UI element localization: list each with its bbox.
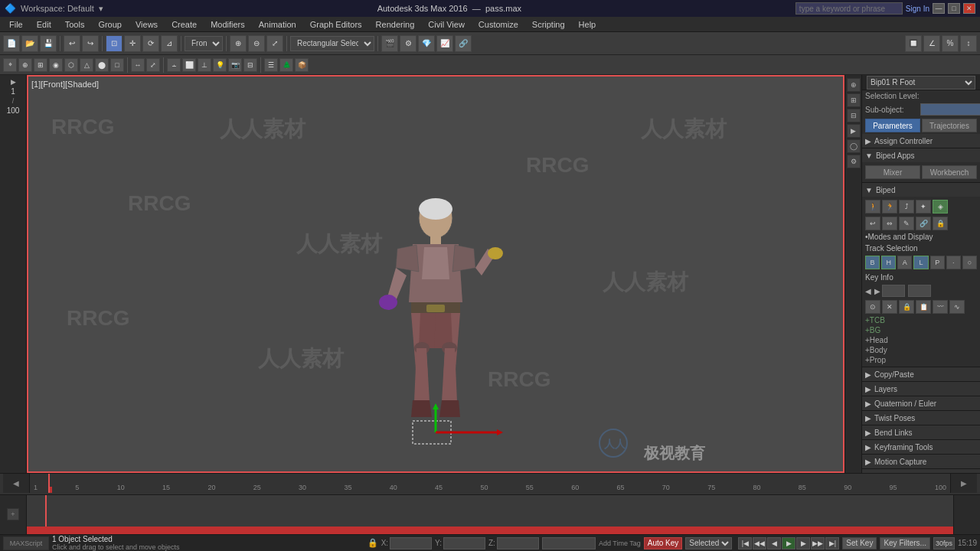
- curve-editor-btn[interactable]: 📈: [436, 35, 453, 52]
- open-btn[interactable]: 📂: [21, 35, 38, 52]
- track-arm-btn[interactable]: A: [897, 256, 912, 269]
- menu-help[interactable]: Help: [573, 18, 603, 31]
- minimize-btn[interactable]: —: [933, 3, 945, 14]
- biped-freeform-btn[interactable]: ✦: [916, 200, 931, 214]
- angle-snap-btn[interactable]: ∠: [923, 35, 940, 52]
- snaps-btn[interactable]: 🔲: [905, 35, 922, 52]
- selection-filter[interactable]: Rectangular Selection Circular Selection…: [290, 36, 374, 51]
- menu-civil-view[interactable]: Civil View: [422, 18, 470, 31]
- track-none-btn[interactable]: ○: [962, 256, 977, 269]
- render-btn[interactable]: 🎬: [381, 35, 398, 52]
- render-setup-btn[interactable]: ⚙: [400, 35, 416, 52]
- track-body-btn[interactable]: B: [865, 256, 880, 269]
- zoom-out-btn[interactable]: ⊖: [248, 35, 265, 52]
- object-name-select[interactable]: Bip01 R Foot: [867, 76, 975, 90]
- ruler-nav-right[interactable]: ▶: [950, 474, 977, 493]
- set-key-btn[interactable]: Set Key: [842, 537, 877, 549]
- key-info-header[interactable]: Key Info: [862, 271, 980, 283]
- tb2-mirror-diag[interactable]: ⤢: [146, 58, 160, 72]
- quaternion-header[interactable]: ▶ Quaternion / Euler: [862, 396, 980, 410]
- tb2-btn3[interactable]: ⊞: [34, 58, 47, 72]
- tb2-quick-align[interactable]: ⬜: [182, 58, 196, 72]
- twist-poses-header[interactable]: ▶ Twist Poses: [862, 411, 980, 425]
- menu-modifiers[interactable]: Modifiers: [204, 18, 251, 31]
- key-num-input[interactable]: 2: [882, 285, 905, 297]
- bend-links-header[interactable]: ▶ Bend Links: [862, 425, 980, 439]
- track-leg-btn[interactable]: L: [913, 256, 928, 269]
- menu-file[interactable]: File: [3, 18, 29, 31]
- rotate-btn[interactable]: ⟳: [142, 35, 159, 52]
- key-in-btn[interactable]: ⊙: [865, 300, 880, 314]
- sign-in-btn[interactable]: Sign In: [906, 5, 929, 13]
- search-input[interactable]: [795, 2, 903, 15]
- move-btn[interactable]: ✛: [124, 35, 141, 52]
- tb2-layer[interactable]: ☰: [264, 58, 278, 72]
- biped-run-icon-btn[interactable]: 🏃: [882, 200, 897, 214]
- zoom-in-btn[interactable]: ⊕: [230, 35, 247, 52]
- biped-walk-icon-btn[interactable]: 🚶: [865, 200, 880, 214]
- timeline-ruler[interactable]: ◀ 1 5 10 15 20 25 30 35 40 45 50 55 60: [0, 474, 980, 495]
- parameters-btn[interactable]: Parameters: [865, 119, 920, 132]
- tb2-btn6[interactable]: △: [80, 58, 93, 72]
- motion-capture-header[interactable]: ▶ Motion Capture: [862, 455, 980, 468]
- menu-animation[interactable]: Animation: [253, 18, 302, 31]
- next-key-btn[interactable]: ▶: [796, 537, 810, 549]
- tb2-btn7[interactable]: ⬤: [95, 58, 109, 72]
- undo-btn[interactable]: ↩: [64, 35, 80, 52]
- key-num-input2[interactable]: 1: [908, 285, 931, 297]
- tb2-scene-exp[interactable]: 🌲: [279, 58, 293, 72]
- trajectories-btn[interactable]: Trajectories: [922, 119, 977, 132]
- tb2-mirrorx[interactable]: ↔: [131, 58, 145, 72]
- side-create-btn[interactable]: ⊕: [847, 78, 861, 92]
- key-wave-btn[interactable]: ∿: [949, 300, 965, 314]
- track-all-btn[interactable]: ·: [946, 256, 961, 269]
- close-btn[interactable]: ✕: [963, 3, 975, 14]
- track-prop-btn[interactable]: P: [930, 256, 945, 269]
- material-editor-btn[interactable]: 💎: [418, 35, 435, 52]
- tb2-btn2[interactable]: ⊕: [18, 58, 32, 72]
- tb2-btn8[interactable]: □: [110, 58, 124, 72]
- biped-bend-icon-btn[interactable]: ↩: [865, 217, 880, 230]
- viewport[interactable]: [1][Front][Shaded] RRCG 人人素材 RRCG 人人素材 R…: [27, 75, 844, 473]
- sub-obj-input[interactable]: [920, 103, 980, 116]
- biped-sym-icon-btn[interactable]: ⇔: [882, 217, 897, 230]
- view-select[interactable]: Front Top Left Perspective: [185, 36, 223, 51]
- tb2-btn5[interactable]: ⬡: [64, 58, 78, 72]
- tb2-container[interactable]: 📦: [295, 58, 309, 72]
- menu-scripting[interactable]: Scripting: [526, 18, 571, 31]
- biped-lock-icon-btn[interactable]: 🔒: [933, 217, 948, 230]
- playhead[interactable]: [48, 474, 50, 493]
- grid-input[interactable]: Grid = 10.0: [542, 537, 596, 549]
- save-btn[interactable]: 💾: [40, 35, 57, 52]
- next-frame-btn[interactable]: ▶▶: [811, 537, 825, 549]
- workbench-btn[interactable]: Workbench: [922, 165, 977, 179]
- layers-header[interactable]: ▶ Layers: [862, 382, 980, 396]
- selected-select[interactable]: Selected: [685, 537, 732, 549]
- tb2-btn1[interactable]: ⌖: [3, 58, 17, 72]
- new-btn[interactable]: 📄: [3, 35, 20, 52]
- menu-group[interactable]: Group: [92, 18, 128, 31]
- go-end-btn[interactable]: ▶|: [825, 537, 839, 549]
- mixer-btn[interactable]: Mixer: [865, 165, 920, 179]
- side-display-btn[interactable]: ◯: [847, 139, 861, 153]
- side-modify-btn[interactable]: ⊞: [847, 93, 861, 107]
- key-out-btn[interactable]: ✕: [882, 300, 897, 314]
- menu-create[interactable]: Create: [165, 18, 203, 31]
- tb2-align[interactable]: ⫠: [167, 58, 181, 72]
- zoom-ext-btn[interactable]: ⤢: [266, 35, 283, 52]
- scale-btn[interactable]: ⊿: [161, 35, 178, 52]
- track-selection-header[interactable]: Track Selection: [862, 242, 980, 254]
- y-input[interactable]: 11.799: [443, 537, 485, 549]
- x-input[interactable]: 2.227: [390, 537, 432, 549]
- prev-frame-btn[interactable]: ◀◀: [753, 537, 766, 549]
- menu-customize[interactable]: Customize: [472, 18, 524, 31]
- timeline-main-track[interactable]: [27, 495, 953, 534]
- key-filters-btn[interactable]: Key Filters...: [880, 537, 930, 549]
- track-head-btn[interactable]: H: [881, 256, 896, 269]
- menu-edit[interactable]: Edit: [31, 18, 57, 31]
- spinner-snap-btn[interactable]: ↕: [960, 35, 977, 52]
- assign-controller-header[interactable]: ▶ Assign Controller: [862, 134, 980, 148]
- tb2-normal-align[interactable]: ⊥: [198, 58, 211, 72]
- redo-btn[interactable]: ↪: [82, 35, 99, 52]
- percent-snap-btn[interactable]: %: [942, 35, 959, 52]
